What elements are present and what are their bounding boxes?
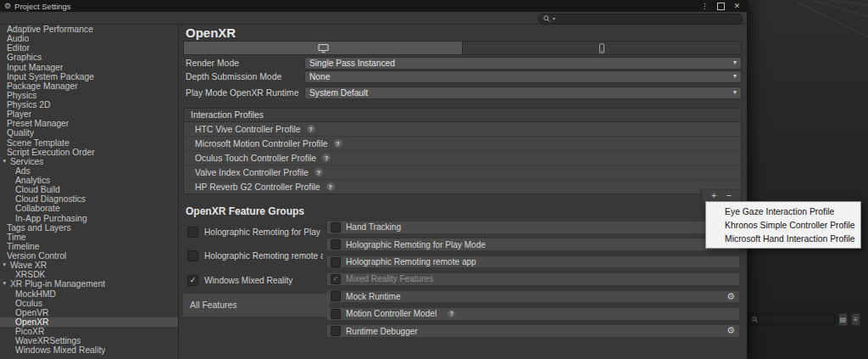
feature-row-mock-runtime[interactable]: Mock Runtime⚙: [327, 291, 739, 303]
tab-device[interactable]: [462, 42, 741, 54]
feature-row-runtime-debugger[interactable]: Runtime Debugger⚙: [327, 325, 739, 337]
sidebar-item-label: Preset Manager: [7, 119, 69, 128]
sidebar-item-cloud-diagnostics[interactable]: Cloud Diagnostics: [0, 194, 178, 204]
help-icon[interactable]: ?: [448, 310, 455, 317]
sidebar-item-windows-mixed-reality[interactable]: Windows Mixed Reality: [0, 345, 178, 355]
sidebar-item-tags-and-layers[interactable]: Tags and Layers: [0, 223, 178, 233]
feature-label: Runtime Debugger: [346, 327, 418, 336]
sliders-icon[interactable]: ≡: [851, 313, 860, 326]
sidebar-item-preset-manager[interactable]: Preset Manager: [0, 119, 178, 128]
profile-row-oculus-touch-controller-profile[interactable]: Oculus Touch Controller Profile?: [184, 151, 741, 165]
menu-item-microsoft-hand-interaction-profile[interactable]: Microsoft Hand Interaction Profile: [706, 232, 860, 245]
dropdown-depth-submission-mode[interactable]: None▾: [304, 70, 742, 83]
profile-row-hp-reverb-g2-controller-profile[interactable]: HP Reverb G2 Controller Profile?: [184, 180, 741, 194]
checkbox[interactable]: [331, 239, 341, 250]
background-search-field[interactable]: [748, 313, 835, 325]
feature-row-hand-tracking[interactable]: Hand Tracking: [327, 222, 739, 233]
feature-group-windows-mixed-reality[interactable]: ✓Windows Mixed Reality: [183, 268, 323, 293]
sidebar-item-collaborate[interactable]: Collaborate: [0, 204, 178, 213]
close-icon[interactable]: ✕: [732, 3, 743, 10]
sidebar-item-xrsdk[interactable]: XRSDK: [0, 270, 178, 279]
checkbox[interactable]: [331, 309, 341, 319]
sidebar-item-cloud-build[interactable]: Cloud Build: [0, 185, 178, 194]
sidebar-item-input-system-package[interactable]: Input System Package: [0, 72, 178, 81]
help-icon[interactable]: ?: [322, 154, 331, 162]
foldout-arrow-icon[interactable]: ▼: [2, 281, 7, 287]
feature-group-holographic-remoting-for-play-mode[interactable]: Holographic Remoting for Play Mode: [183, 220, 323, 244]
settings-search-field[interactable]: ▾: [538, 14, 743, 25]
menu-item-eye-gaze-interaction-profile[interactable]: Eye Gaze Interaction Profile: [706, 205, 860, 218]
sidebar-item-adaptive-performance[interactable]: Adaptive Performance: [0, 25, 178, 34]
maximize-icon[interactable]: [717, 3, 725, 10]
sidebar-item-script-execution-order[interactable]: Script Execution Order: [0, 148, 178, 157]
sidebar-item-time[interactable]: Time: [0, 233, 178, 242]
all-features-item[interactable]: All Features: [183, 294, 330, 317]
feature-row-mixed-reality-features[interactable]: ✓Mixed Reality Features: [327, 273, 739, 285]
sidebar-item-oculus[interactable]: Oculus: [0, 299, 178, 308]
menu-item-khronos-simple-controller-profile[interactable]: Khronos Simple Controller Profile: [706, 218, 860, 232]
profile-row-valve-index-controller-profile[interactable]: Valve Index Controller Profile?: [184, 165, 741, 180]
sidebar-item-label: XRSDK: [15, 270, 45, 279]
sidebar-item-editor[interactable]: Editor: [0, 43, 178, 53]
grid-icon[interactable]: ▤: [838, 313, 848, 326]
dropdown-value: System Default: [309, 88, 368, 98]
dropdown-render-mode[interactable]: Single Pass Instanced▾: [304, 57, 742, 70]
profile-row-htc-vive-controller-profile[interactable]: HTC Vive Controller Profile?: [184, 122, 741, 137]
sidebar-item-openvr[interactable]: OpenVR: [0, 308, 178, 317]
feature-row-motion-controller-model[interactable]: Motion Controller Model?: [327, 308, 739, 320]
settings-search-input[interactable]: [558, 14, 737, 24]
checkbox[interactable]: [187, 227, 198, 238]
sidebar-item-player[interactable]: Player: [0, 109, 178, 119]
sidebar-item-physics[interactable]: Physics: [0, 91, 178, 100]
field-label: Render Mode: [183, 59, 304, 68]
sidebar-item-picoxr[interactable]: PicoXR: [0, 327, 178, 336]
checkbox[interactable]: ✓: [187, 275, 198, 286]
sidebar-item-label: WaveXRSettings: [15, 336, 81, 345]
sidebar-item-ads[interactable]: Ads: [0, 166, 178, 176]
sidebar-item-input-manager[interactable]: Input Manager: [0, 63, 178, 72]
sidebar-item-wave-xr[interactable]: ▼Wave XR: [0, 261, 178, 270]
sidebar-item-xr-plug-in-management[interactable]: ▼XR Plug-in Management: [0, 279, 178, 289]
sidebar-item-scene-template[interactable]: Scene Template: [0, 138, 178, 148]
sidebar-item-analytics[interactable]: Analytics: [0, 176, 178, 185]
checkbox[interactable]: [331, 291, 341, 301]
sidebar-item-label: Physics: [7, 91, 36, 100]
sidebar-item-mockhmd[interactable]: MockHMD: [0, 289, 178, 299]
sidebar-item-physics-2d[interactable]: Physics 2D: [0, 100, 178, 109]
sidebar-item-audio[interactable]: Audio: [0, 34, 178, 43]
dropdown-play-mode-openxr-runtime[interactable]: System Default▾: [304, 87, 742, 99]
window-menu-icon[interactable]: ⋮: [699, 3, 710, 10]
sidebar-item-package-manager[interactable]: Package Manager: [0, 81, 178, 91]
sidebar-item-timeline[interactable]: Timeline: [0, 242, 178, 251]
sidebar-item-quality[interactable]: Quality: [0, 128, 178, 137]
checkbox[interactable]: [331, 222, 341, 233]
feature-row-holographic-remoting-for-play-mode[interactable]: Holographic Remoting for Play Mode⚙: [327, 238, 739, 250]
checkbox[interactable]: [331, 257, 341, 267]
tab-desktop[interactable]: [184, 42, 462, 54]
search-filter-caret-icon[interactable]: ▾: [553, 16, 555, 21]
checkbox[interactable]: ✓: [331, 274, 341, 284]
remove-profile-button[interactable]: −: [726, 191, 732, 200]
foldout-arrow-icon[interactable]: ▼: [2, 262, 7, 268]
sidebar-item-version-control[interactable]: Version Control: [0, 251, 178, 261]
sidebar-item-openxr[interactable]: OpenXR: [0, 317, 178, 327]
gear-icon[interactable]: ⚙: [726, 325, 735, 337]
add-profile-button[interactable]: +: [711, 191, 716, 200]
foldout-arrow-icon[interactable]: ▼: [2, 159, 7, 165]
gear-icon[interactable]: ⚙: [726, 291, 735, 303]
sidebar-item-in-app-purchasing[interactable]: In-App Purchasing: [0, 214, 178, 223]
sidebar-item-services[interactable]: ▼Services: [0, 157, 178, 166]
checkbox[interactable]: [331, 326, 341, 336]
sidebar-item-wavexrsettings[interactable]: WaveXRSettings: [0, 336, 178, 345]
feature-row-holographic-remoting-remote-app[interactable]: Holographic Remoting remote app: [327, 256, 739, 268]
background-search-input[interactable]: [760, 314, 832, 324]
help-icon[interactable]: ?: [334, 139, 342, 148]
sidebar-item-graphics[interactable]: Graphics: [0, 53, 178, 62]
help-icon[interactable]: ?: [314, 168, 323, 177]
profile-row-microsoft-motion-controller-profile[interactable]: Microsoft Motion Controller Profile?: [184, 137, 741, 151]
feature-groups-title: OpenXR Feature Groups: [186, 205, 304, 217]
checkbox[interactable]: [187, 250, 198, 261]
help-icon[interactable]: ?: [326, 182, 335, 191]
help-icon[interactable]: ?: [307, 125, 315, 133]
feature-group-holographic-remoting-remote-app[interactable]: Holographic Remoting remote app: [183, 244, 323, 269]
